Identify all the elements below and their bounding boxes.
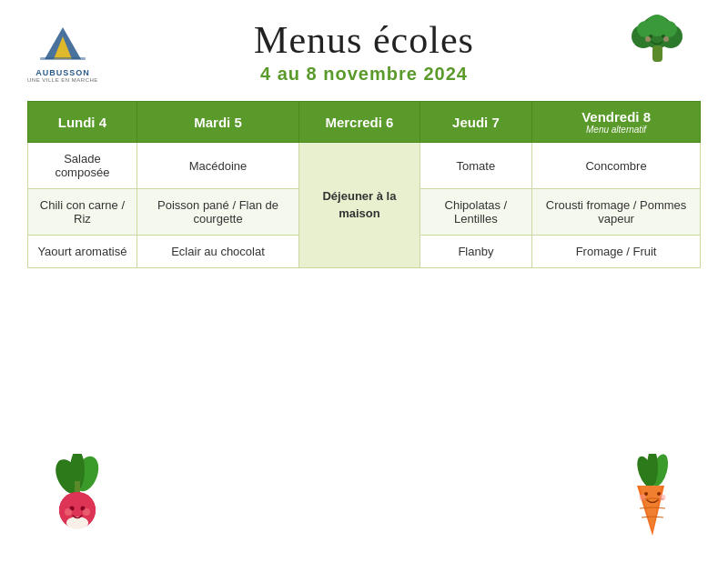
table-row: Salade composée Macédoine Déjeuner à la … <box>28 143 701 189</box>
svg-rect-2 <box>40 57 86 60</box>
cell-jeudi-3: Flanby <box>420 236 531 268</box>
logo-subtext: UNE VILLE EN MARCHE <box>27 77 98 83</box>
header: AUBUSSON UNE VILLE EN MARCHE Menus école… <box>27 18 701 85</box>
cell-jeudi-1: Tomate <box>420 143 531 189</box>
svg-point-23 <box>65 508 72 516</box>
cell-lundi-2: Chili con carne / Riz <box>28 189 137 236</box>
radish-icon <box>41 454 114 539</box>
subtitle: 4 au 8 novembre 2024 <box>254 64 474 85</box>
logo-area: AUBUSSON UNE VILLE EN MARCHE <box>27 18 98 83</box>
main-title: Menus écoles <box>254 18 474 62</box>
cell-mercredi-dejeuner: Déjeuner à la maison <box>299 143 420 268</box>
col-header-mardi: Mardi 5 <box>136 102 298 143</box>
page: AUBUSSON UNE VILLE EN MARCHE Menus école… <box>0 0 728 562</box>
cell-vendredi-1: Concombre <box>532 143 701 189</box>
cell-jeudi-2: Chipolatas / Lentilles <box>420 189 531 236</box>
svg-point-13 <box>663 36 669 42</box>
col-header-jeudi: Jeudi 7 <box>420 102 531 143</box>
carrot-icon <box>614 454 687 544</box>
svg-point-32 <box>640 495 646 501</box>
svg-point-12 <box>645 36 651 42</box>
col-header-mercredi: Mercredi 6 <box>299 102 420 143</box>
svg-rect-9 <box>652 45 662 62</box>
title-area: Menus écoles 4 au 8 novembre 2024 <box>254 18 474 85</box>
cell-lundi-1: Salade composée <box>28 143 137 189</box>
col-header-lundi: Lundi 4 <box>28 102 137 143</box>
broccoli-icon <box>623 9 692 90</box>
menu-table: Lundi 4 Mardi 5 Mercredi 6 Jeudi 7 Vendr… <box>27 101 701 268</box>
svg-point-33 <box>660 495 666 501</box>
col-header-vendredi: Vendredi 8 Menu alternatif <box>532 102 701 143</box>
svg-point-31 <box>657 492 661 496</box>
cell-mardi-1: Macédoine <box>136 143 298 189</box>
cell-vendredi-2: Crousti fromage / Pommes vapeur <box>532 189 701 236</box>
svg-point-24 <box>83 508 90 516</box>
cell-mardi-2: Poisson pané / Flan de courgette <box>136 189 298 236</box>
logo-text: AUBUSSON <box>35 68 90 77</box>
svg-point-30 <box>644 492 648 496</box>
logo-icon <box>35 18 90 68</box>
cell-mardi-3: Eclair au chocolat <box>136 236 298 268</box>
cell-vendredi-3: Fromage / Fruit <box>532 236 701 268</box>
cell-lundi-3: Yaourt aromatisé <box>28 236 137 268</box>
